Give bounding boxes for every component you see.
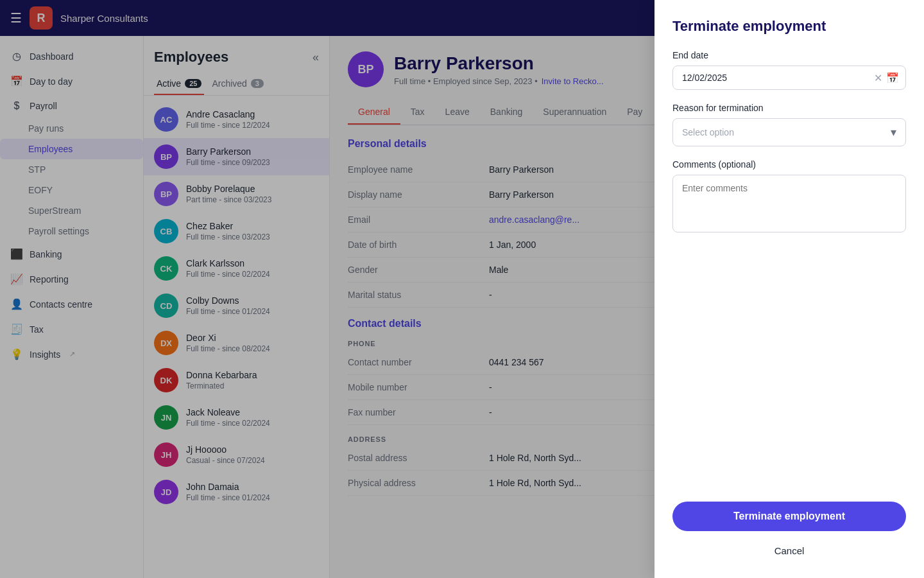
modal-footer: Terminate employment Cancel	[672, 489, 906, 563]
terminate-employment-button[interactable]: Terminate employment	[672, 502, 906, 531]
end-date-input[interactable]	[680, 66, 871, 89]
cancel-button[interactable]: Cancel	[672, 539, 906, 563]
end-date-field[interactable]: ✕ 📅	[672, 66, 906, 90]
calendar-icon[interactable]: 📅	[886, 72, 899, 84]
comments-textarea[interactable]	[672, 175, 906, 232]
end-date-label: End date	[672, 50, 906, 60]
reason-label: Reason for termination	[672, 103, 906, 113]
reason-select-text: Select option	[682, 127, 734, 137]
modal-title: Terminate employment	[672, 18, 906, 35]
terminate-employment-modal: Terminate employment End date ✕ 📅 Reason…	[654, 0, 924, 578]
reason-select[interactable]: Select option ▾	[672, 118, 906, 146]
comments-label: Comments (optional)	[672, 159, 906, 170]
chevron-down-icon: ▾	[891, 125, 896, 139]
clear-icon[interactable]: ✕	[874, 72, 882, 84]
